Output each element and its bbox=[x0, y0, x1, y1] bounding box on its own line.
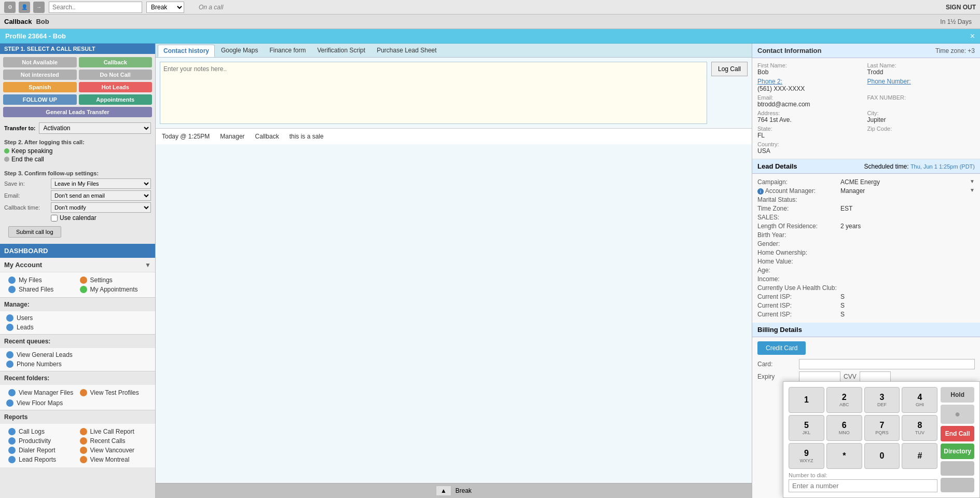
city-group: City: Jupiter bbox=[867, 110, 975, 123]
dial-input[interactable] bbox=[789, 479, 937, 492]
live-call-report-label: Live Call Report bbox=[90, 428, 134, 435]
email-select[interactable]: Don't send an email bbox=[51, 190, 151, 201]
users-icon bbox=[6, 314, 13, 322]
numpad-1[interactable]: 1 bbox=[789, 387, 824, 413]
break-select[interactable]: Break Lunch Training bbox=[146, 2, 184, 13]
tab-purchase-lead-sheet[interactable]: Purchase Lead Sheet bbox=[371, 45, 441, 57]
expiry-label: Expiry bbox=[757, 373, 799, 380]
recent-calls-nav[interactable]: Recent Calls bbox=[78, 436, 149, 446]
users-nav[interactable]: Users bbox=[4, 313, 151, 323]
shared-files-nav[interactable]: Shared Files bbox=[6, 285, 78, 294]
end-call-side-button[interactable]: End Call bbox=[941, 426, 974, 441]
collapse-arrow[interactable]: ▼ bbox=[145, 261, 151, 269]
use-calendar-checkbox[interactable] bbox=[51, 215, 58, 222]
callback-button[interactable]: Callback bbox=[79, 57, 153, 67]
tab-verification-script[interactable]: Verification Script bbox=[312, 45, 370, 57]
save-in-select[interactable]: Leave in My Files bbox=[51, 178, 151, 189]
not-available-button[interactable]: Not Available bbox=[3, 57, 77, 67]
end-call-row[interactable]: End the call bbox=[4, 156, 151, 163]
mute2-button[interactable] bbox=[941, 478, 974, 492]
tab-finance-form[interactable]: Finance form bbox=[264, 45, 311, 57]
leads-nav[interactable]: Leads bbox=[4, 323, 151, 332]
sign-out-button[interactable]: SIGN OUT bbox=[946, 4, 976, 11]
tab-google-maps[interactable]: Google Maps bbox=[216, 45, 263, 57]
phone2-label[interactable]: Phone 2: bbox=[757, 78, 865, 85]
callback-days: In 1½ Days bbox=[940, 18, 972, 25]
numpad-5[interactable]: 5JKL bbox=[789, 415, 824, 441]
fax-label: FAX NUMBER: bbox=[867, 94, 975, 101]
appointments-button[interactable]: Appointments bbox=[79, 94, 153, 105]
log-call-button[interactable]: Log Call bbox=[711, 62, 748, 76]
keep-speaking-row[interactable]: Keep speaking bbox=[4, 147, 151, 155]
hold2-button[interactable]: ● bbox=[941, 405, 974, 424]
keep-speaking-radio[interactable] bbox=[4, 148, 9, 154]
campaign-arrow[interactable]: ▼ bbox=[970, 178, 975, 186]
phone-number-label[interactable]: Phone Number: bbox=[867, 78, 975, 85]
directory-button[interactable]: Directory bbox=[941, 444, 974, 459]
live-call-report-nav[interactable]: Live Call Report bbox=[78, 427, 149, 436]
view-test-profiles-label: View Test Profiles bbox=[90, 389, 139, 396]
expiry-input[interactable] bbox=[799, 371, 840, 382]
history-date-0: Today @ 1:25PM bbox=[162, 133, 210, 140]
numpad-8[interactable]: 8TUV bbox=[902, 415, 937, 441]
first-name-value: Bob bbox=[757, 68, 865, 76]
view-manager-files-nav[interactable]: View Manager Files bbox=[6, 388, 78, 397]
hot-leads-button[interactable]: Hot Leads bbox=[79, 82, 153, 92]
email-field-label: Email: bbox=[757, 94, 865, 101]
card-input[interactable] bbox=[799, 359, 975, 369]
search-input[interactable] bbox=[49, 2, 142, 13]
phone-numbers-nav[interactable]: Phone Numbers bbox=[4, 359, 151, 369]
notes-area: Log Call bbox=[156, 58, 752, 128]
manage-subitems: Users Leads bbox=[0, 311, 155, 334]
view-montreal-nav[interactable]: View Montreal bbox=[78, 455, 149, 464]
hold-button[interactable]: Hold bbox=[941, 387, 974, 403]
account-manager-arrow[interactable]: ▼ bbox=[970, 187, 975, 195]
tab-contact-history[interactable]: Contact history bbox=[158, 45, 215, 57]
view-manager-files-icon bbox=[8, 389, 16, 396]
numpad-9[interactable]: 9WXYZ bbox=[789, 443, 824, 469]
spanish-button[interactable]: Spanish bbox=[3, 82, 77, 92]
profile-close-button[interactable]: × bbox=[970, 32, 975, 41]
view-general-leads-nav[interactable]: View General Leads bbox=[4, 350, 151, 359]
call-logs-nav[interactable]: Call Logs bbox=[6, 427, 78, 436]
step2-title: Step 2. After logging this call: bbox=[4, 139, 151, 145]
view-test-profiles-nav[interactable]: View Test Profiles bbox=[78, 388, 149, 397]
follow-up-button[interactable]: FOLLOW UP bbox=[3, 94, 77, 105]
end-call-label: End the call bbox=[11, 156, 44, 163]
leads-label: Leads bbox=[17, 324, 34, 331]
notes-textarea[interactable] bbox=[160, 62, 707, 124]
callback-time-select[interactable]: Don't modify bbox=[51, 202, 151, 213]
numpad-3[interactable]: 3DEF bbox=[864, 387, 900, 413]
general-leads-transfer-button[interactable]: General Leads Transfer bbox=[3, 107, 152, 117]
submit-call-log-button[interactable]: Submit call log bbox=[8, 226, 61, 238]
transfer-select[interactable]: Activation bbox=[39, 122, 151, 134]
numpad-6[interactable]: 6MNO bbox=[826, 415, 862, 441]
settings-nav[interactable]: Settings bbox=[78, 275, 149, 285]
numpad-0[interactable]: 0 bbox=[864, 443, 900, 469]
view-vancouver-nav[interactable]: View Vancouver bbox=[78, 446, 149, 455]
not-interested-button[interactable]: Not interested bbox=[3, 70, 77, 80]
do-not-call-button[interactable]: Do Not Call bbox=[79, 70, 153, 80]
productivity-nav[interactable]: Productivity bbox=[6, 436, 78, 446]
numpad-7[interactable]: 7PQRS bbox=[864, 415, 900, 441]
end-call-radio[interactable] bbox=[4, 157, 9, 162]
numpad-hash[interactable]: # bbox=[902, 443, 937, 469]
view-general-leads-icon bbox=[6, 351, 13, 358]
my-files-nav[interactable]: My Files bbox=[6, 275, 78, 285]
isp1-value: S bbox=[840, 293, 975, 300]
numpad-star[interactable]: * bbox=[826, 443, 862, 469]
time-zone-value: EST bbox=[840, 205, 975, 212]
numpad-2[interactable]: 2ABC bbox=[826, 387, 862, 413]
income-label: Income: bbox=[757, 275, 840, 283]
lead-reports-nav[interactable]: Lead Reports bbox=[6, 455, 78, 464]
scheduled-time-label: Scheduled time: bbox=[864, 163, 908, 170]
view-floor-maps-nav[interactable]: View Floor Maps bbox=[4, 398, 151, 408]
credit-card-button[interactable]: Credit Card bbox=[757, 341, 806, 355]
dialer-report-nav[interactable]: Dialer Report bbox=[6, 446, 78, 455]
age-value bbox=[840, 267, 975, 274]
mute-button[interactable] bbox=[941, 461, 974, 476]
numpad-4[interactable]: 4GHI bbox=[902, 387, 937, 413]
my-appointments-nav[interactable]: My Appointments bbox=[78, 285, 149, 294]
scroll-up-button[interactable]: ▲ bbox=[436, 486, 451, 496]
cvv-input[interactable] bbox=[860, 371, 891, 382]
